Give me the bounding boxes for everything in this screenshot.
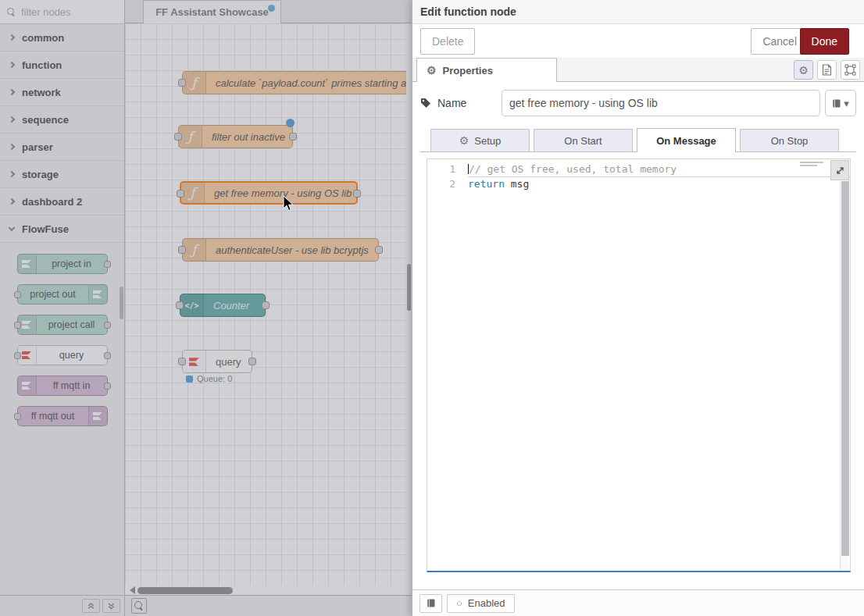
line-number: 2 (427, 177, 468, 191)
tab-label: Setup (474, 135, 501, 147)
library-export-button[interactable] (420, 594, 442, 613)
editor-expand-button[interactable] (830, 160, 849, 180)
caret-down-icon: ▾ (844, 98, 849, 109)
node-red-app: filter nodes common function network seq… (0, 0, 864, 616)
properties-view-button[interactable]: ⚙ (794, 60, 813, 80)
code-line: 1 // get OS free, used, total memory (427, 162, 850, 177)
enabled-label: Enabled (468, 597, 505, 609)
dialog-tabrow: ⚙ Properties ⚙ (412, 58, 864, 82)
tab-setup[interactable]: ⚙ Setup (430, 129, 530, 152)
dialog-footer: ○ Enabled (412, 589, 864, 616)
done-button[interactable]: Done (800, 28, 849, 55)
editor-minimap (800, 162, 827, 168)
delete-button[interactable]: Delete (420, 28, 475, 55)
code-keyword: return (468, 178, 505, 190)
dialog-title: Edit function node (420, 5, 516, 18)
gear-icon: ⚙ (798, 65, 809, 76)
appearance-frame-icon (844, 64, 856, 76)
line-number: 1 (427, 162, 468, 177)
description-view-button[interactable] (817, 60, 837, 80)
book-icon (427, 598, 436, 608)
tab-properties[interactable]: ⚙ Properties (416, 58, 557, 82)
code-editor[interactable]: 1 // get OS free, used, total memory 2 r… (427, 158, 851, 572)
code-line: 2 return msg (427, 177, 850, 191)
code-comment: // get OS free, used, total memory (469, 163, 677, 175)
tab-on-stop[interactable]: On Stop (740, 129, 839, 152)
node-enabled-toggle[interactable]: ○ Enabled (447, 594, 515, 613)
name-input[interactable] (502, 90, 820, 116)
gear-icon: ⚙ (427, 65, 437, 76)
diagonal-expand-icon (836, 166, 844, 175)
gear-icon: ⚙ (459, 135, 469, 146)
dialog-form: Name ▾ ⚙ Setup On Start On Message (412, 82, 864, 589)
tag-icon (420, 98, 431, 109)
code-text: msg (505, 178, 529, 190)
properties-tab-label: Properties (443, 65, 493, 77)
editor-scrollbar-thumb[interactable] (841, 181, 849, 556)
dialog-tab-buttons: ⚙ (794, 60, 860, 80)
tab-on-message[interactable]: On Message (637, 128, 736, 152)
tab-label: On Start (564, 135, 602, 147)
tab-label: On Stop (771, 135, 809, 147)
document-icon (822, 64, 832, 76)
book-icon (832, 98, 841, 109)
appearance-view-button[interactable] (841, 60, 860, 80)
mouse-pointer-icon (283, 195, 294, 214)
dialog-header: Edit function node (412, 0, 864, 24)
edit-node-dialog: Edit function node Delete Cancel Done ⚙ … (412, 0, 864, 616)
enabled-state-icon: ○ (456, 598, 462, 608)
tab-label: On Message (656, 135, 716, 147)
name-row: Name ▾ (420, 90, 856, 116)
library-button[interactable]: ▾ (825, 90, 856, 116)
editor-shade-overlay (0, 0, 412, 616)
name-label: Name (420, 97, 502, 109)
function-tabs: ⚙ Setup On Start On Message On Stop (420, 128, 856, 152)
dialog-toolbar: Delete Cancel Done (412, 24, 864, 58)
tab-on-start[interactable]: On Start (534, 129, 633, 152)
name-label-text: Name (437, 97, 466, 109)
editor-scrollbar (840, 181, 849, 571)
left-pane: filter nodes common function network seq… (0, 0, 412, 616)
